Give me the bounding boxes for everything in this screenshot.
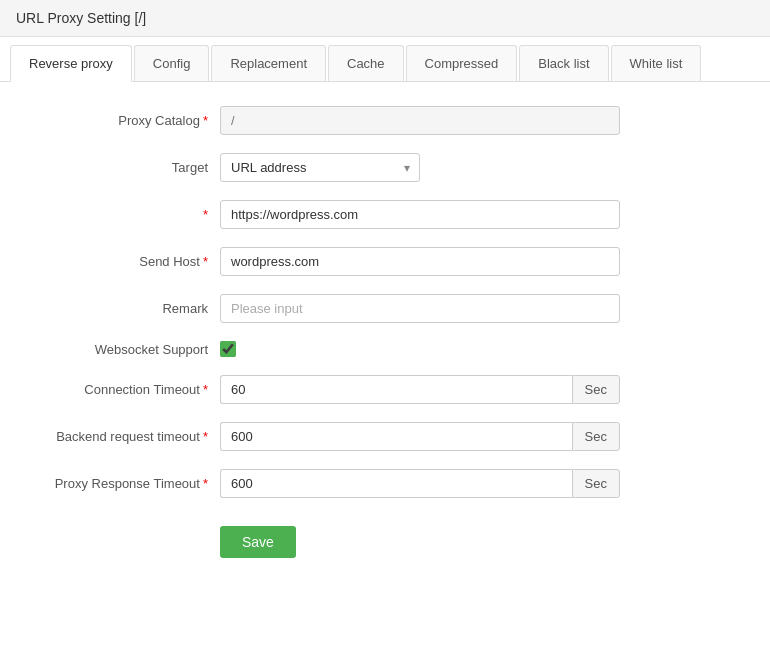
required-star: *	[203, 113, 208, 128]
websocket-checkbox[interactable]	[220, 341, 236, 357]
save-row: Save	[30, 516, 740, 558]
target-select-wrapper: URL address IP:Port Socket	[220, 153, 420, 182]
tab-compressed[interactable]: Compressed	[406, 45, 518, 81]
send-host-input[interactable]	[220, 247, 620, 276]
remark-label: Remark	[30, 301, 220, 316]
websocket-checkbox-wrapper	[220, 341, 236, 357]
tab-black-list[interactable]: Black list	[519, 45, 608, 81]
proxy-response-wrapper: Sec	[220, 469, 620, 498]
websocket-row: Websocket Support	[30, 341, 740, 357]
tab-replacement[interactable]: Replacement	[211, 45, 326, 81]
url-row: *	[30, 200, 740, 229]
url-input[interactable]	[220, 200, 620, 229]
form-content: Proxy Catalog* Target URL address IP:Por…	[0, 82, 770, 582]
connection-timeout-wrapper: Sec	[220, 375, 620, 404]
tab-reverse-proxy[interactable]: Reverse proxy	[10, 45, 132, 82]
required-star-url: *	[203, 207, 208, 222]
websocket-label: Websocket Support	[30, 342, 220, 357]
backend-timeout-unit: Sec	[572, 422, 620, 451]
proxy-catalog-input[interactable]	[220, 106, 620, 135]
backend-timeout-label: Backend request timeout*	[30, 429, 220, 444]
required-star-ct: *	[203, 382, 208, 397]
proxy-catalog-row: Proxy Catalog*	[30, 106, 740, 135]
url-label: *	[30, 207, 220, 222]
target-row: Target URL address IP:Port Socket	[30, 153, 740, 182]
save-button[interactable]: Save	[220, 526, 296, 558]
required-star-host: *	[203, 254, 208, 269]
connection-timeout-row: Connection Timeout* Sec	[30, 375, 740, 404]
backend-timeout-row: Backend request timeout* Sec	[30, 422, 740, 451]
send-host-row: Send Host*	[30, 247, 740, 276]
required-star-bt: *	[203, 429, 208, 444]
backend-timeout-input[interactable]	[220, 422, 572, 451]
proxy-response-label: Proxy Response Timeout*	[30, 476, 220, 491]
target-select[interactable]: URL address IP:Port Socket	[220, 153, 420, 182]
proxy-response-row: Proxy Response Timeout* Sec	[30, 469, 740, 498]
tab-config[interactable]: Config	[134, 45, 210, 81]
connection-timeout-unit: Sec	[572, 375, 620, 404]
send-host-label: Send Host*	[30, 254, 220, 269]
required-star-pr: *	[203, 476, 208, 491]
tab-cache[interactable]: Cache	[328, 45, 404, 81]
page-header: URL Proxy Setting [/]	[0, 0, 770, 37]
remark-input[interactable]	[220, 294, 620, 323]
proxy-response-input[interactable]	[220, 469, 572, 498]
connection-timeout-input[interactable]	[220, 375, 572, 404]
tab-white-list[interactable]: White list	[611, 45, 702, 81]
remark-row: Remark	[30, 294, 740, 323]
target-label: Target	[30, 160, 220, 175]
connection-timeout-label: Connection Timeout*	[30, 382, 220, 397]
proxy-response-unit: Sec	[572, 469, 620, 498]
proxy-catalog-label: Proxy Catalog*	[30, 113, 220, 128]
backend-timeout-wrapper: Sec	[220, 422, 620, 451]
page-title: URL Proxy Setting [/]	[16, 10, 754, 26]
tabs-bar: Reverse proxy Config Replacement Cache C…	[0, 37, 770, 82]
